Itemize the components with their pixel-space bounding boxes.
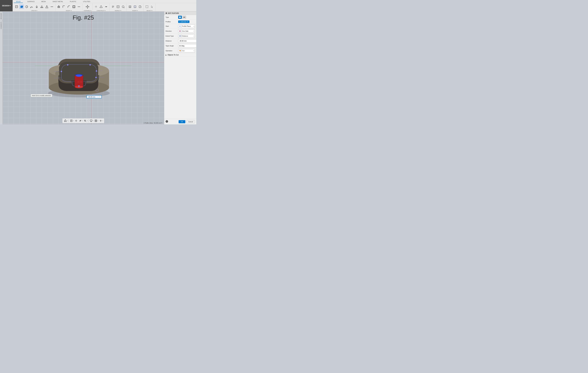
design-button[interactable]: DESIGN ▾: [0, 0, 13, 11]
tab-sheet-metal[interactable]: SHEET METAL: [50, 0, 65, 3]
svg-rect-19: [58, 6, 60, 8]
press-pull-btn[interactable]: [56, 4, 61, 9]
type-row: Type: [164, 15, 196, 20]
fillet-btn[interactable]: [62, 4, 66, 9]
construct-btn1[interactable]: [94, 4, 98, 9]
insert-btn2[interactable]: A: [133, 4, 137, 9]
svg-rect-13: [41, 6, 42, 7]
tab-utilities[interactable]: UTILITIES: [81, 0, 92, 3]
tab-plastic[interactable]: PLASTIC: [68, 0, 79, 3]
profiles-badge[interactable]: 1 selected ✕: [178, 20, 189, 23]
cancel-button[interactable]: Cancel: [187, 120, 195, 123]
insert-group: A INSERT ▾: [126, 4, 144, 11]
panel-dot: [166, 12, 167, 14]
inspect-btn3[interactable]: [121, 4, 125, 9]
svg-point-22: [78, 6, 78, 7]
create-label: CREATE ▾: [31, 10, 37, 11]
taper-angle-input[interactable]: [178, 44, 196, 48]
svg-rect-87: [179, 17, 181, 18]
tab-solid[interactable]: SOLID: [14, 0, 23, 3]
objects-expand-arrow: ▶: [166, 54, 167, 56]
pan-btn[interactable]: [74, 119, 78, 122]
orbit-btn[interactable]: [79, 119, 82, 122]
svg-rect-12: [41, 7, 43, 8]
zoom-group: ▾: [83, 119, 87, 122]
svg-rect-81: [95, 120, 97, 122]
home-view-arrow[interactable]: ▾: [67, 120, 68, 121]
tab-surface[interactable]: SURFACE: [25, 0, 37, 3]
canvas[interactable]: Fig. #25: [2, 11, 164, 124]
select-btn1[interactable]: [145, 4, 149, 9]
direction-dropdown-arrow: ▾: [194, 30, 194, 32]
svg-rect-78: [90, 120, 92, 121]
zoom-arrow[interactable]: ▾: [87, 120, 87, 121]
operation-icon: [179, 50, 181, 52]
create-new-body-btn[interactable]: [14, 4, 19, 9]
comments-tab[interactable]: COMMENTS: [0, 20, 2, 30]
dimension-more-btn[interactable]: ⋮: [98, 96, 101, 98]
insert-label: INSERT ▾: [132, 10, 138, 11]
svg-text:30.00: 30.00: [77, 81, 82, 83]
profiles-clear-btn[interactable]: ✕: [187, 21, 188, 23]
direction-select[interactable]: One Side ▾: [178, 30, 195, 33]
operation-dropdown-arrow: ▾: [194, 50, 194, 51]
svg-point-34: [122, 6, 124, 8]
rib-btn[interactable]: [40, 4, 44, 9]
settings-arrow[interactable]: ▾: [103, 120, 103, 121]
document-view-arrow[interactable]: ▾: [73, 120, 74, 121]
zoom-btn[interactable]: [83, 119, 87, 122]
modify-more-btn[interactable]: [77, 4, 81, 9]
create-more-btn[interactable]: [50, 4, 54, 9]
svg-point-52: [89, 64, 91, 66]
document-view-btn[interactable]: [70, 119, 73, 122]
home-view-btn[interactable]: [63, 119, 67, 122]
start-select[interactable]: ⊢ Profile Plane ▾: [178, 24, 195, 28]
svg-point-92: [179, 31, 180, 31]
figure-title: Fig. #25: [73, 14, 94, 21]
revolve-btn[interactable]: [24, 4, 29, 9]
type-icon-two-sides[interactable]: [182, 16, 186, 19]
construct-btn2[interactable]: [99, 4, 103, 9]
insert-btn3[interactable]: [138, 4, 142, 9]
dimension-input-overlay[interactable]: ⋮: [86, 95, 102, 99]
sweep-btn[interactable]: [30, 4, 34, 9]
orbit-arrow[interactable]: ▾: [82, 120, 83, 121]
chamfer-btn[interactable]: [67, 4, 71, 9]
inspect-btn2[interactable]: [116, 4, 120, 9]
loft-btn[interactable]: [34, 4, 39, 9]
display-btn[interactable]: [89, 119, 93, 122]
inspect-label: INSPECT ▾: [115, 10, 121, 11]
grid-arrow[interactable]: ▾: [98, 120, 98, 121]
objects-to-cut-row[interactable]: ▶ Objects To Cut: [164, 53, 196, 57]
type-icons: [178, 16, 195, 19]
distance-input[interactable]: [178, 39, 196, 43]
settings-btn[interactable]: [99, 119, 103, 122]
operation-select[interactable]: Cut ▾: [178, 49, 195, 52]
move-btn[interactable]: [85, 4, 90, 9]
browser-tab[interactable]: BROWSER: [0, 11, 2, 20]
svg-marker-27: [100, 5, 102, 8]
status-bar: 1 Profile | Area : 50.265 mm^2: [144, 122, 162, 124]
svg-rect-10: [36, 7, 37, 8]
display-arrow[interactable]: ▾: [93, 120, 94, 121]
web-btn[interactable]: [45, 4, 49, 9]
type-icon-one-side[interactable]: [178, 16, 182, 19]
extrude-btn[interactable]: [19, 4, 24, 9]
extent-type-select[interactable]: Distance ▾: [178, 34, 195, 38]
modify-label: MODIFY ▾: [66, 10, 72, 11]
inspect-group: INSPECT ▾: [110, 4, 126, 11]
svg-marker-88: [181, 17, 181, 18]
construct-btn3[interactable]: [104, 4, 108, 9]
dimension-input[interactable]: [87, 96, 98, 98]
profiles-label: Profiles: [166, 21, 178, 22]
tab-mesh[interactable]: MESH: [39, 0, 48, 3]
inspect-btn1[interactable]: [111, 4, 115, 9]
grid-btn[interactable]: [94, 119, 98, 122]
shell-btn[interactable]: [72, 4, 76, 9]
insert-btn1[interactable]: [128, 4, 132, 9]
svg-point-67: [65, 120, 66, 120]
svg-point-23: [79, 6, 79, 7]
ok-button[interactable]: OK: [178, 120, 185, 123]
info-button[interactable]: i: [166, 120, 168, 123]
select-cursor-btn[interactable]: [150, 4, 154, 9]
